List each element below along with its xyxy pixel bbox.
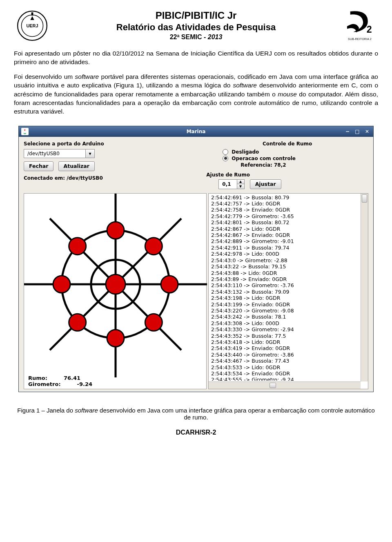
- app-window: Marina − □ ✕ Selecione a porta do Arduin…: [18, 126, 374, 392]
- log-content: 2:54:42:691 -> Bussola: 80.792:54:42:757…: [211, 194, 360, 381]
- report-title: Relatório das Atividades de Pesquisa: [51, 22, 341, 33]
- svg-point-18: [145, 237, 162, 254]
- ajuste-label: Ajuste de Rumo: [206, 172, 368, 178]
- log-line: 2:54:43:440 -> Girometro: -3.86: [211, 352, 360, 358]
- log-line: 2:54:43:110 -> Girometro: -3.76: [211, 282, 360, 288]
- paragraph-1: Foi apresentado um pôster no dia 02/10/2…: [14, 49, 378, 67]
- svg-point-12: [145, 314, 162, 331]
- log-line: 2:54:42:911 -> Bussola: 79.74: [211, 245, 360, 251]
- sr2-logo: 2 SUB-REITORIA 2: [341, 10, 378, 40]
- vertical-scrollbar[interactable]: [361, 194, 368, 381]
- svg-text:2: 2: [367, 24, 372, 35]
- girometro-readout: Girometro: -9.24: [28, 381, 109, 387]
- horizontal-scrollbar[interactable]: [209, 381, 361, 389]
- program-title: PIBIC/PIBITI/IC Jr: [51, 10, 341, 21]
- close-window-button[interactable]: ✕: [363, 128, 371, 135]
- svg-point-19: [106, 274, 125, 294]
- log-line: 2:54:43:88 -> Lido: 0GDR: [211, 270, 360, 276]
- svg-point-13: [107, 330, 124, 347]
- svg-text:UERJ: UERJ: [26, 23, 38, 28]
- log-line: 2:54:42:691 -> Bussola: 80.79: [211, 194, 360, 201]
- log-line: 2:54:43:198 -> Lido: 0GDR: [211, 295, 360, 301]
- document-header: UERJ PIBIC/PIBITI/IC Jr Relatório das At…: [14, 10, 378, 45]
- figure-1: Marina − □ ✕ Selecione a porta do Arduin…: [18, 126, 374, 392]
- log-line: 2:54:43:418 -> Lido: 0GDR: [211, 339, 360, 345]
- log-line: 2:54:42:801 -> Bussola: 80.72: [211, 219, 360, 225]
- spinner-value: 0,1: [219, 180, 236, 189]
- log-line: 2:54:43:308 -> Lido: 000D: [211, 320, 360, 326]
- spinner-up-icon[interactable]: ▲: [237, 180, 244, 185]
- ship-wheel-icon[interactable]: [24, 194, 207, 381]
- radio-off-label: Desligado: [232, 149, 259, 155]
- port-value: /dev/ttyUSB0: [24, 151, 85, 156]
- log-line: 2:54:43:89 -> Enviado: 0GDR: [211, 276, 360, 282]
- port-combobox[interactable]: /dev/ttyUSB0 ▾: [24, 149, 95, 158]
- connection-status: Conectado em: /dev/ttyUSB0: [24, 175, 206, 181]
- radio-off[interactable]: Desligado: [223, 149, 368, 155]
- log-line: 2:54:43:220 -> Girometro: -9.08: [211, 308, 360, 314]
- sr2-logo-icon: 2: [344, 10, 376, 35]
- log-line: 2:54:43:330 -> Girometro: -2.94: [211, 326, 360, 332]
- close-port-button[interactable]: Fechar: [24, 161, 53, 171]
- radio-icon[interactable]: [223, 156, 228, 161]
- log-line: 2:54:43:22 -> Bussola: 79.15: [211, 263, 360, 270]
- log-line: 2:54:42:867 -> Lido: 0GDR: [211, 226, 360, 232]
- reference-readout: Referencia: 78,2: [241, 162, 368, 168]
- java-icon: [21, 128, 29, 135]
- log-line: 2:54:43:132 -> Bussola: 79.09: [211, 289, 360, 295]
- window-title: Marina: [19, 129, 373, 134]
- port-select-label: Selecione a porta do Arduino: [24, 141, 206, 147]
- log-line: 2:54:43:419 -> Enviado: 0GDR: [211, 345, 360, 351]
- scroll-thumb[interactable]: [270, 383, 276, 388]
- svg-point-15: [53, 276, 70, 293]
- body-text: Foi apresentado um pôster no dia 02/10/2…: [14, 49, 378, 116]
- event-title: 22ª SEMIC - 2013: [51, 33, 341, 41]
- log-line: 2:54:42:867 -> Enviado: 0GDR: [211, 232, 360, 238]
- minimize-button[interactable]: −: [344, 128, 351, 135]
- svg-point-11: [161, 276, 178, 293]
- maximize-button[interactable]: □: [354, 128, 361, 135]
- sr2-caption: SUB-REITORIA 2: [341, 38, 378, 40]
- log-line: 2:54:42:889 -> Girometro: -9.01: [211, 238, 360, 244]
- ajustar-button[interactable]: Ajustar: [250, 179, 281, 189]
- svg-rect-3: [31, 12, 33, 16]
- radio-on[interactable]: Operacao com controle: [223, 156, 368, 161]
- rumo-readout: Rumo: 76.41: [28, 375, 97, 381]
- paragraph-2: Foi desenvolvido um software portável pa…: [14, 72, 378, 116]
- log-line: 2:54:43:533 -> Lido: 0GDR: [211, 364, 360, 370]
- log-line: 2:54:43:242 -> Bussola: 78.1: [211, 314, 360, 320]
- log-line: 2:54:43:534 -> Enviado: 0GDR: [211, 370, 360, 377]
- refresh-button[interactable]: Atualizar: [58, 161, 95, 171]
- log-line: 2:54:42:757 -> Lido: 0GDR: [211, 201, 360, 207]
- spinner-down-icon[interactable]: ▼: [237, 184, 244, 189]
- log-line: 2:54:42:978 -> Lido: 000D: [211, 251, 360, 257]
- uerj-seal-icon: UERJ: [16, 10, 48, 42]
- svg-point-14: [69, 314, 86, 331]
- svg-point-16: [69, 237, 86, 254]
- scroll-thumb[interactable]: [362, 194, 367, 203]
- ajuste-spinner[interactable]: 0,1 ▲ ▼: [218, 179, 244, 189]
- log-line: 2:54:43:0 -> Girometro: -2.88: [211, 257, 360, 263]
- uerj-logo: UERJ: [14, 10, 51, 43]
- svg-point-17: [107, 222, 124, 239]
- log-panel: 2:54:42:691 -> Bussola: 80.792:54:42:757…: [208, 193, 368, 389]
- compass-wheel-panel[interactable]: Rumo: 76.41 Girometro: -9.24: [24, 193, 207, 389]
- log-line: 2:54:43:467 -> Bussola: 77.43: [211, 358, 360, 364]
- log-line: 2:54:42:758 -> Enviado: 0GDR: [211, 207, 360, 213]
- window-titlebar[interactable]: Marina − □ ✕: [19, 126, 373, 137]
- figure-caption: Figura 1 – Janela do software desenvolvi…: [14, 407, 378, 421]
- log-line: 2:54:43:352 -> Bussola: 77.5: [211, 333, 360, 339]
- page-footer: DCARH/SR-2: [14, 429, 378, 436]
- log-line: 2:54:43:199 -> Enviado: 0GDR: [211, 301, 360, 308]
- log-line: 2:54:42:779 -> Girometro: -3.65: [211, 213, 360, 219]
- chevron-down-icon[interactable]: ▾: [85, 149, 94, 158]
- rumo-control-title: Controle de Rumo: [206, 141, 368, 147]
- log-line: 2:54:43:555 -> Girometro: -9.24: [211, 377, 360, 380]
- radio-on-label: Operacao com controle: [232, 156, 296, 161]
- radio-icon[interactable]: [223, 149, 228, 155]
